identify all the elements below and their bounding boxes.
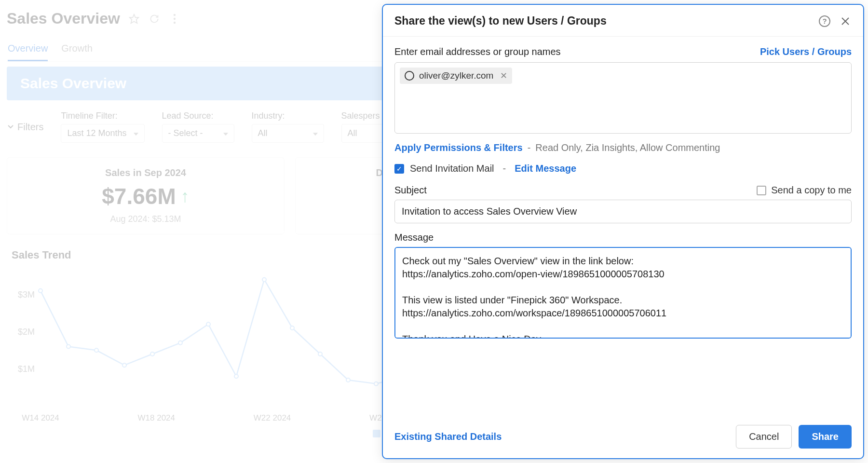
email-chip-text: oliver@zylker.com <box>419 70 493 81</box>
chip-remove-icon[interactable]: ✕ <box>500 70 507 81</box>
subject-label: Subject <box>394 185 427 196</box>
cancel-button[interactable]: Cancel <box>736 425 792 449</box>
apply-permissions-link[interactable]: Apply Permissions & Filters <box>394 142 523 153</box>
share-button[interactable]: Share <box>799 425 852 449</box>
modal-footer: Existing Shared Details Cancel Share <box>383 415 863 458</box>
separator: - <box>503 163 506 174</box>
pick-users-link[interactable]: Pick Users / Groups <box>760 46 852 57</box>
subject-input[interactable] <box>394 200 852 223</box>
send-invitation-checkbox[interactable]: ✓ <box>394 164 404 174</box>
message-textarea[interactable] <box>394 247 852 339</box>
permissions-description: Read Only, Zia Insights, Allow Commentin… <box>535 142 720 153</box>
send-invitation-label: Send Invitation Mail <box>410 163 494 174</box>
close-icon[interactable] <box>839 15 852 27</box>
email-label: Enter email addresses or group names <box>394 46 561 57</box>
share-modal: Share the view(s) to new Users / Groups … <box>382 4 864 459</box>
modal-header: Share the view(s) to new Users / Groups … <box>383 5 863 37</box>
send-copy-checkbox[interactable]: ✓ <box>757 186 766 195</box>
help-icon[interactable]: ? <box>819 15 830 27</box>
separator: - <box>528 142 531 153</box>
email-input-box[interactable]: oliver@zylker.com ✕ <box>394 62 852 134</box>
existing-shared-link[interactable]: Existing Shared Details <box>394 431 502 442</box>
email-chip: oliver@zylker.com ✕ <box>400 68 512 84</box>
edit-message-link[interactable]: Edit Message <box>515 163 576 174</box>
avatar-icon <box>405 71 414 81</box>
send-copy-label: Send a copy to me <box>771 185 852 196</box>
modal-body: Enter email addresses or group names Pic… <box>383 37 863 415</box>
modal-title: Share the view(s) to new Users / Groups <box>394 14 607 27</box>
message-label: Message <box>394 232 852 243</box>
